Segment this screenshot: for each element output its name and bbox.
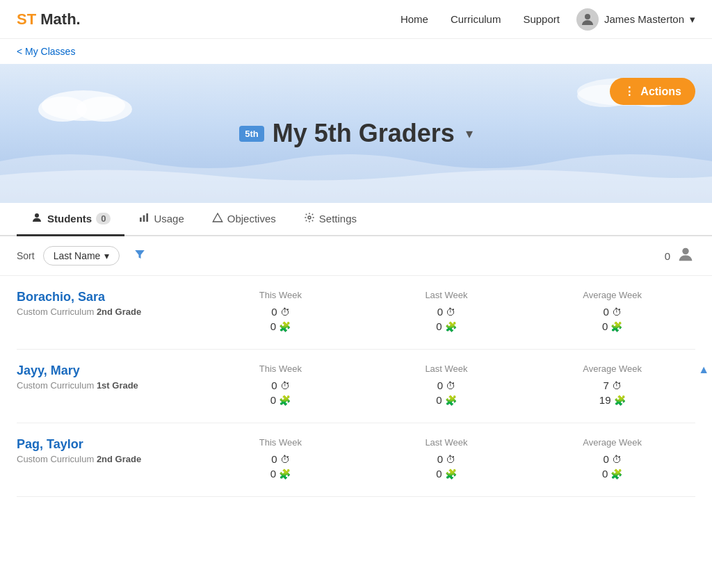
this-week-col-1: This Week 0 ⏱ 0 🧩 (197, 364, 364, 409)
avg-week-puzzles-0: 0 🧩 (529, 320, 695, 332)
nav-curriculum[interactable]: Curriculum (451, 13, 501, 25)
this-week-col-0: This Week 0 ⏱ 0 🧩 (197, 290, 364, 335)
actions-label: Actions (640, 85, 681, 98)
this-week-time-2: 0 ⏱ (197, 453, 364, 465)
last-week-puzzles-0: 0 🧩 (364, 320, 530, 332)
this-week-label-2: This Week (197, 437, 364, 448)
clock-icon-aw1: ⏱ (612, 380, 622, 391)
tab-objectives[interactable]: Objectives (198, 203, 290, 236)
usage-tab-icon (138, 212, 149, 225)
clock-icon-tw2: ⏱ (280, 454, 290, 465)
logo-math: Math. (36, 10, 81, 28)
avg-week-col-0: Average Week 0 ⏱ 0 🧩 (529, 290, 695, 335)
actions-button[interactable]: ⋮ Actions (610, 78, 695, 105)
clock-icon-aw0: ⏱ (612, 307, 622, 318)
this-week-puzzles-0: 0 🧩 (197, 320, 364, 332)
student-list: Borachio, Sara Custom Curriculum 2nd Gra… (0, 276, 712, 497)
puzzle-icon-lw0: 🧩 (445, 321, 457, 332)
puzzle-icon-tw2: 🧩 (279, 468, 291, 480)
nav-support[interactable]: Support (523, 13, 560, 25)
tab-settings[interactable]: Settings (290, 203, 371, 236)
tab-settings-label: Settings (319, 213, 357, 224)
clock-icon: ⏱ (280, 307, 290, 318)
scroll-up-indicator[interactable]: ▲ (698, 364, 709, 376)
svg-point-3 (76, 97, 132, 122)
tab-students-count: 0 (96, 213, 111, 224)
avg-week-col-2: Average Week 0 ⏱ 0 🧩 (529, 437, 695, 482)
class-name: My 5th Graders (273, 119, 455, 148)
tab-usage[interactable]: Usage (124, 203, 197, 236)
student-count: 0 (665, 250, 670, 262)
clock-icon-aw2: ⏱ (612, 454, 622, 465)
filter-button[interactable] (128, 245, 152, 267)
last-week-time-2: 0 ⏱ (364, 453, 530, 465)
last-week-col-0: Last Week 0 ⏱ 0 🧩 (364, 290, 530, 335)
svg-rect-10 (147, 213, 149, 222)
student-icon (676, 245, 695, 267)
puzzle-icon-aw1: 🧩 (614, 395, 626, 406)
this-week-puzzles-2: 0 🧩 (197, 468, 364, 480)
puzzle-icon-aw0: 🧩 (610, 321, 622, 332)
student-grade-0: 2nd Grade (97, 307, 141, 317)
puzzle-icon-tw1: 🧩 (279, 395, 291, 406)
hero-title: 5th My 5th Graders ▾ (239, 119, 473, 148)
clock-icon-lw2: ⏱ (446, 454, 455, 465)
svg-point-2 (38, 97, 87, 122)
puzzle-icon-lw1: 🧩 (445, 395, 457, 406)
avg-week-label-0: Average Week (529, 290, 695, 300)
student-curriculum-2: Custom Curriculum 2nd Grade (17, 454, 184, 464)
logo-st: ST (17, 10, 36, 28)
this-week-col-2: This Week 0 ⏱ 0 🧩 (197, 437, 364, 482)
svg-point-7 (35, 213, 39, 218)
table-row: Borachio, Sara Custom Curriculum 2nd Gra… (17, 276, 695, 350)
last-week-time-0: 0 ⏱ (364, 306, 530, 318)
student-curriculum-0: Custom Curriculum 2nd Grade (17, 307, 184, 317)
student-name-2[interactable]: Pag, Taylor (17, 437, 83, 451)
svg-point-0 (585, 14, 590, 19)
avg-week-time-0: 0 ⏱ (529, 306, 695, 318)
avg-week-label-2: Average Week (529, 437, 695, 448)
sort-bar: Sort Last Name ▾ 0 (0, 236, 712, 276)
table-row: Pag, Taylor Custom Curriculum 2nd Grade … (17, 423, 695, 497)
puzzle-icon: 🧩 (279, 321, 291, 332)
svg-point-1 (42, 90, 125, 121)
last-week-label-0: Last Week (364, 290, 530, 300)
breadcrumb[interactable]: < My Classes (0, 39, 712, 64)
logo: ST Math. (17, 10, 81, 28)
class-dropdown-icon[interactable]: ▾ (466, 125, 473, 142)
table-row: Jayy, Mary Custom Curriculum 1st Grade T… (17, 350, 695, 423)
last-week-col-2: Last Week 0 ⏱ 0 🧩 (364, 437, 530, 482)
last-week-label-1: Last Week (364, 364, 530, 374)
puzzle-icon-lw2: 🧩 (445, 468, 457, 480)
this-week-time-0: 0 ⏱ (197, 306, 364, 318)
last-week-col-1: Last Week 0 ⏱ 0 🧩 (364, 364, 530, 409)
user-name: James Masterton (604, 13, 684, 25)
nav-home[interactable]: Home (400, 13, 428, 25)
tabs: Students 0 Usage Objectives Settings (0, 203, 712, 236)
student-info-1: Jayy, Mary Custom Curriculum 1st Grade (17, 364, 197, 391)
student-name-0[interactable]: Borachio, Sara (17, 290, 105, 304)
this-week-time-1: 0 ⏱ (197, 379, 364, 391)
this-week-puzzles-1: 0 🧩 (197, 394, 364, 406)
header: ST Math. Home Curriculum Support James M… (0, 0, 712, 39)
student-info-0: Borachio, Sara Custom Curriculum 2nd Gra… (17, 290, 197, 317)
sort-select[interactable]: Last Name ▾ (43, 246, 120, 266)
user-menu[interactable]: James Masterton ▾ (576, 8, 695, 31)
tab-students-label: Students (47, 213, 92, 224)
sort-current-value: Last Name (54, 250, 101, 261)
hero-banner: 5th My 5th Graders ▾ ⋮ Actions (0, 64, 712, 203)
student-name-1[interactable]: Jayy, Mary (17, 364, 80, 377)
student-curriculum-1: Custom Curriculum 1st Grade (17, 380, 184, 391)
nav-links: Home Curriculum Support (400, 13, 560, 25)
last-week-label-2: Last Week (364, 437, 530, 448)
user-dropdown-icon: ▾ (690, 13, 695, 26)
svg-point-13 (682, 248, 688, 254)
tab-students[interactable]: Students 0 (17, 203, 124, 236)
sort-right: 0 (665, 245, 695, 267)
actions-dots-icon: ⋮ (624, 85, 635, 98)
objectives-tab-icon (212, 212, 223, 225)
avg-week-puzzles-2: 0 🧩 (529, 468, 695, 480)
clock-icon-lw1: ⏱ (446, 380, 455, 391)
tab-usage-label: Usage (154, 213, 184, 224)
clock-icon-tw1: ⏱ (280, 380, 290, 391)
